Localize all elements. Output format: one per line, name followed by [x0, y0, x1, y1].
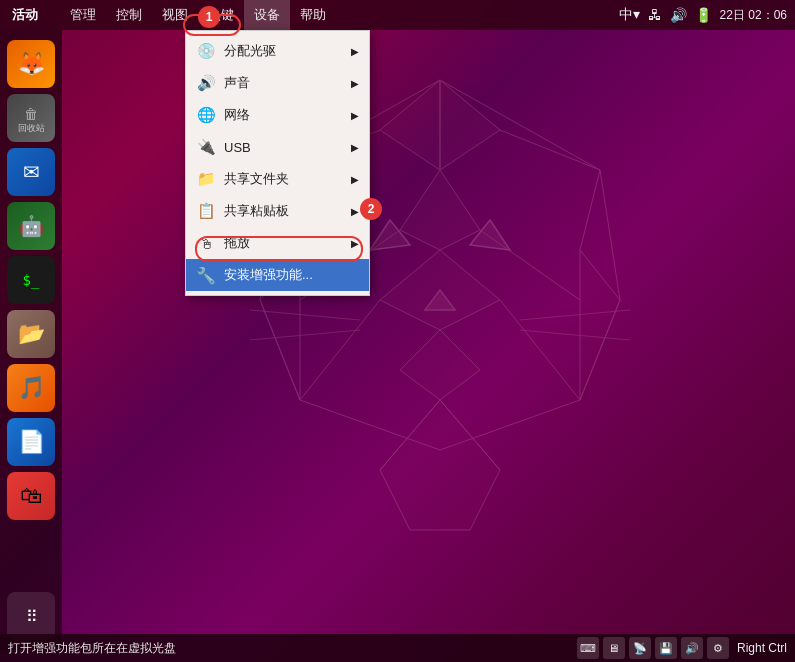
top-right-area: 中▾ 🖧 🔊 🔋 22日 02：06	[619, 6, 795, 24]
usb-icon: 🔌	[196, 137, 216, 157]
network-icon[interactable]: 🖧	[648, 7, 662, 23]
install-icon: 🔧	[196, 265, 216, 285]
menu-item-sound[interactable]: 🔊 声音 ▶	[186, 67, 369, 99]
menu-manage[interactable]: 管理	[60, 0, 106, 30]
volume-icon[interactable]: 🔊	[670, 7, 687, 23]
svg-line-14	[500, 300, 580, 400]
activity-label[interactable]: 活动	[0, 0, 50, 30]
menu-view[interactable]: 视图	[152, 0, 198, 30]
battery-icon[interactable]: 🔋	[695, 7, 712, 23]
bottom-icon-5[interactable]: 🔊	[681, 637, 703, 659]
annotation-badge-1: 1	[198, 6, 220, 28]
right-ctrl-label: Right Ctrl	[733, 641, 787, 655]
svg-line-21	[580, 170, 600, 250]
bottom-icon-2[interactable]: 🖥	[603, 637, 625, 659]
sidebar-item-folder[interactable]: 📂	[7, 310, 55, 358]
usb-label: USB	[224, 140, 251, 155]
bottom-icon-3[interactable]: 📡	[629, 637, 651, 659]
svg-marker-2	[440, 80, 500, 170]
shared-folder-icon: 📁	[196, 169, 216, 189]
device-menu: 💿 分配光驱 ▶ 🔊 声音 ▶ 🌐 网络 ▶ 🔌 USB ▶ 📁 共享文件夹 ▶	[185, 30, 370, 296]
dragdrop-arrow: ▶	[351, 238, 359, 249]
sidebar-item-document[interactable]: 📄	[7, 418, 55, 466]
sidebar-item-thunderbird[interactable]: ✉	[7, 148, 55, 196]
cdrom-icon: 💿	[196, 41, 216, 61]
menu-item-clipboard[interactable]: 📋 共享粘贴板 ▶	[186, 195, 369, 227]
menu-item-network[interactable]: 🌐 网络 ▶	[186, 99, 369, 131]
svg-line-19	[500, 130, 600, 170]
network-arrow: ▶	[351, 110, 359, 121]
menu-item-dragdrop[interactable]: 🖱 拖放 ▶	[186, 227, 369, 259]
shared-folder-arrow: ▶	[351, 174, 359, 185]
svg-marker-3	[400, 170, 480, 250]
sidebar-item-terminal[interactable]: $_	[7, 256, 55, 304]
menu-item-install-additions[interactable]: 🔧 安装增强功能...	[186, 259, 369, 291]
desktop: 活动 管理 控制 视图 热键 设备 帮助 中▾ 🖧 🔊 🔋 22日 02：06 …	[0, 0, 795, 662]
sidebar-dock: 🦊 🗑 回收站 ✉ 🤖 $_ 📂 🎵 📄 🛍 ⠿	[0, 30, 62, 650]
svg-line-25	[520, 330, 630, 340]
sidebar-item-recycle[interactable]: 🗑 回收站	[7, 94, 55, 142]
menu-help[interactable]: 帮助	[290, 0, 336, 30]
menu-device[interactable]: 设备	[244, 0, 290, 30]
dragdrop-icon: 🖱	[196, 233, 216, 253]
svg-line-23	[250, 330, 360, 340]
language-indicator[interactable]: 中▾	[619, 6, 640, 24]
cdrom-label: 分配光驱	[224, 42, 276, 60]
svg-marker-10	[580, 250, 620, 400]
sidebar-item-more[interactable]: ⠿	[7, 592, 55, 640]
sidebar-item-appstore[interactable]: 🛍	[7, 472, 55, 520]
bottom-right-area: ⌨ 🖥 📡 💾 🔊 ⚙ Right Ctrl	[577, 637, 787, 659]
network-menu-icon: 🌐	[196, 105, 216, 125]
bottom-icon-6[interactable]: ⚙	[707, 637, 729, 659]
sidebar-item-rhythmbox[interactable]: 🎵	[7, 364, 55, 412]
bottom-status-bar: 打开增强功能包所在在虚拟光盘 ⌨ 🖥 📡 💾 🔊 ⚙ Right Ctrl	[0, 634, 795, 662]
sound-icon: 🔊	[196, 73, 216, 93]
recycle-label: 回收站	[18, 122, 45, 135]
sound-label: 声音	[224, 74, 250, 92]
sidebar-item-android[interactable]: 🤖	[7, 202, 55, 250]
menu-item-cdrom[interactable]: 💿 分配光驱 ▶	[186, 35, 369, 67]
sidebar-item-firefox[interactable]: 🦊	[7, 40, 55, 88]
svg-marker-5	[400, 330, 480, 400]
svg-marker-17	[380, 400, 500, 530]
menu-item-usb[interactable]: 🔌 USB ▶	[186, 131, 369, 163]
install-label: 安装增强功能...	[224, 266, 313, 284]
svg-line-13	[300, 300, 380, 400]
svg-line-12	[480, 230, 580, 300]
network-label: 网络	[224, 106, 250, 124]
menu-control[interactable]: 控制	[106, 0, 152, 30]
shared-folder-label: 共享文件夹	[224, 170, 289, 188]
sound-arrow: ▶	[351, 78, 359, 89]
datetime-label: 22日 02：06	[720, 7, 787, 24]
top-bar: 活动 管理 控制 视图 热键 设备 帮助 中▾ 🖧 🔊 🔋 22日 02：06	[0, 0, 795, 30]
bottom-status-text: 打开增强功能包所在在虚拟光盘	[8, 640, 176, 657]
dragdrop-label: 拖放	[224, 234, 250, 252]
clipboard-icon: 📋	[196, 201, 216, 221]
usb-arrow: ▶	[351, 142, 359, 153]
svg-marker-1	[380, 80, 440, 170]
bottom-icon-1[interactable]: ⌨	[577, 637, 599, 659]
bottom-icon-4[interactable]: 💾	[655, 637, 677, 659]
menu-item-shared-folder[interactable]: 📁 共享文件夹 ▶	[186, 163, 369, 195]
clipboard-label: 共享粘贴板	[224, 202, 289, 220]
annotation-badge-2: 2	[360, 198, 382, 220]
cdrom-arrow: ▶	[351, 46, 359, 57]
clipboard-arrow: ▶	[351, 206, 359, 217]
